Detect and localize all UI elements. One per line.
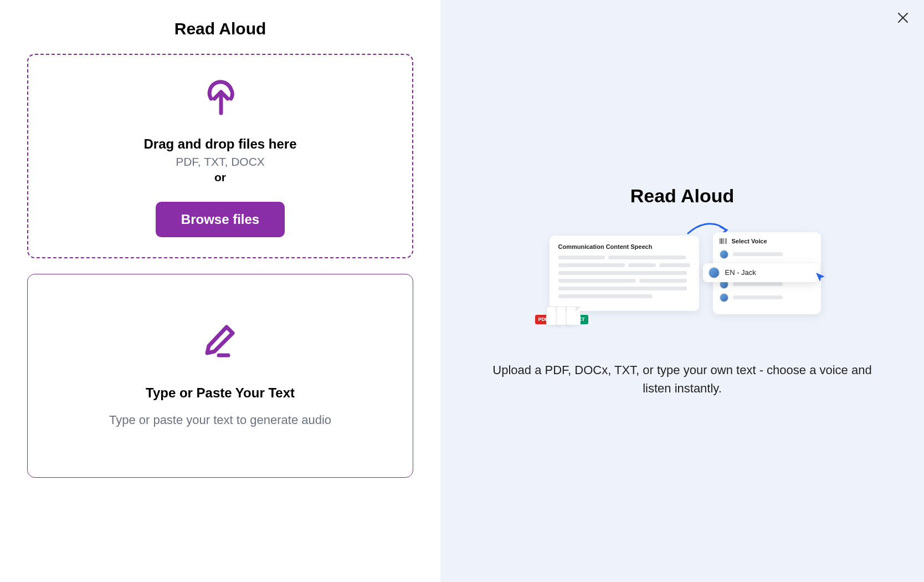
dropzone-or: or — [214, 171, 226, 184]
dropzone-heading: Drag and drop files here — [143, 136, 296, 152]
illus-doc-title: Communication Content Speech — [558, 243, 690, 250]
feature-illustration: Communication Content Speech PDF Doc TXT — [544, 232, 821, 332]
text-input-card[interactable]: Type or Paste Your Text Type or paste yo… — [27, 274, 413, 478]
file-dropzone[interactable]: Drag and drop files here PDF, TXT, DOCX … — [27, 54, 413, 258]
info-description: Upload a PDF, DOCx, TXT, or type your ow… — [485, 361, 880, 397]
close-button[interactable] — [894, 10, 912, 28]
avatar — [709, 267, 720, 278]
illus-file-badges: PDF Doc TXT — [535, 307, 581, 322]
illus-document-card: Communication Content Speech — [550, 236, 699, 311]
selected-voice-label: EN - Jack — [725, 268, 756, 277]
text-input-heading: Type or Paste Your Text — [146, 385, 295, 401]
cursor-icon — [814, 271, 827, 285]
avatar — [720, 250, 728, 259]
page-title: Read Aloud — [27, 19, 413, 38]
close-icon — [897, 12, 909, 26]
avatar — [720, 293, 728, 302]
text-input-sub: Type or paste your text to generate audi… — [109, 413, 331, 427]
cloud-upload-icon — [198, 74, 243, 120]
illus-text-lines — [558, 256, 690, 298]
info-title: Read Aloud — [630, 185, 735, 207]
info-panel: Read Aloud Communication Content Speech — [440, 0, 924, 582]
browse-files-button[interactable]: Browse files — [156, 202, 285, 237]
dropzone-formats: PDF, TXT, DOCX — [176, 155, 265, 169]
illus-selected-voice: EN - Jack — [703, 263, 819, 282]
illus-voice-panel: Select Voice EN - Jack — [713, 232, 821, 314]
pencil-icon — [201, 321, 240, 363]
left-panel: Read Aloud Drag and drop files here PDF,… — [0, 0, 440, 582]
voice-header-label: Select Voice — [732, 238, 767, 244]
sound-wave-icon — [720, 238, 727, 244]
